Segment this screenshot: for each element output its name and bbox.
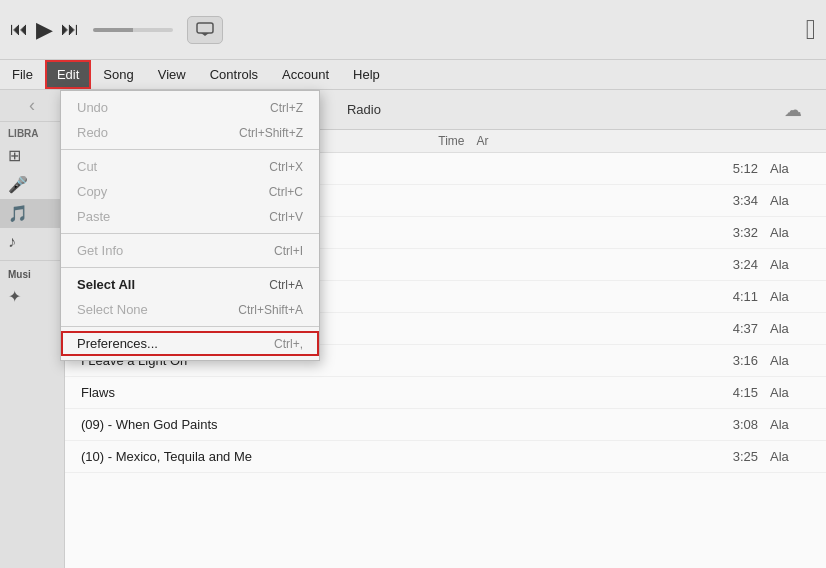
getinfo-label: Get Info [77,243,123,258]
getinfo-shortcut: Ctrl+I [274,244,303,258]
separator-3 [61,267,319,268]
song-artist: Ala [770,225,810,240]
sidebar-star-icon[interactable]: ✦ [0,282,64,311]
menu-selectall[interactable]: Select All Ctrl+A [61,272,319,297]
edit-dropdown: Undo Ctrl+Z Redo Ctrl+Shift+Z Cut Ctrl+X… [60,90,320,361]
sidebar: ‹ Libra ⊞ 🎤 🎵 ♪ Musi ✦ [0,90,65,568]
selectnone-label: Select None [77,302,148,317]
svg-rect-0 [197,23,213,33]
song-artist: Ala [770,289,810,304]
star-icon: ✦ [8,287,21,306]
song-artist: Ala [770,385,810,400]
song-artist: Ala [770,449,810,464]
airplay-button[interactable] [187,16,223,44]
menu-account[interactable]: Account [270,60,341,89]
menu-copy[interactable]: Copy Ctrl+C [61,179,319,204]
song-artist: Ala [770,193,810,208]
menu-redo[interactable]: Redo Ctrl+Shift+Z [61,120,319,145]
forward-button[interactable]: ⏭ [61,19,79,40]
song-time: 3:16 [718,353,758,368]
mic-icon: 🎤 [8,175,28,194]
song-time: 5:12 [718,161,758,176]
rewind-button[interactable]: ⏮ [10,19,28,40]
transport-controls: ⏮ ▶ ⏭ [10,16,223,44]
volume-slider[interactable] [93,28,173,32]
song-title: Flaws [81,385,718,400]
cut-label: Cut [77,159,97,174]
artist-column-header: Ar [477,134,811,148]
preferences-label: Preferences... [77,336,158,351]
separator-1 [61,149,319,150]
tab-radio[interactable]: Radio [329,97,399,122]
song-time: 4:37 [718,321,758,336]
song-title: (09) - When God Paints [81,417,718,432]
time-column-header: Time [415,134,465,148]
song-time: 4:11 [718,289,758,304]
song-time: 3:25 [718,449,758,464]
song-time: 3:24 [718,257,758,272]
paste-shortcut: Ctrl+V [269,210,303,224]
song-artist: Ala [770,353,810,368]
menu-selectnone[interactable]: Select None Ctrl+Shift+A [61,297,319,322]
song-artist: Ala [770,257,810,272]
grid-icon: ⊞ [8,146,21,165]
sidebar-music-icon[interactable]: ♪ [0,228,64,256]
menu-getinfo[interactable]: Get Info Ctrl+I [61,238,319,263]
song-time: 3:08 [718,417,758,432]
menu-undo[interactable]: Undo Ctrl+Z [61,95,319,120]
title-bar: ⏮ ▶ ⏭  [0,0,826,60]
menu-cut[interactable]: Cut Ctrl+X [61,154,319,179]
music-note-icon: ♪ [8,233,16,251]
sidebar-grid-icon[interactable]: ⊞ [0,141,64,170]
undo-label: Undo [77,100,108,115]
copy-shortcut: Ctrl+C [269,185,303,199]
song-artist: Ala [770,321,810,336]
preferences-shortcut: Ctrl+, [274,337,303,351]
song-time: 3:32 [718,225,758,240]
menu-bar: File Edit Song View Controls Account Hel… [0,60,826,90]
paste-label: Paste [77,209,110,224]
selectall-label: Select All [77,277,135,292]
redo-shortcut: Ctrl+Shift+Z [239,126,303,140]
selectall-shortcut: Ctrl+A [269,278,303,292]
menu-view[interactable]: View [146,60,198,89]
menu-file[interactable]: File [0,60,45,89]
undo-shortcut: Ctrl+Z [270,101,303,115]
song-time: 3:34 [718,193,758,208]
cloud-icon: ☁ [784,99,802,121]
song-title: (10) - Mexico, Tequila and Me [81,449,718,464]
back-button[interactable]: ‹ [0,90,64,122]
svg-marker-1 [201,33,209,36]
separator-4 [61,326,319,327]
note-icon: 🎵 [8,204,28,223]
redo-label: Redo [77,125,108,140]
copy-label: Copy [77,184,107,199]
menu-paste[interactable]: Paste Ctrl+V [61,204,319,229]
library-section-label: Libra [0,122,64,141]
song-artist: Ala [770,161,810,176]
play-button[interactable]: ▶ [36,17,53,43]
song-row[interactable]: (10) - Mexico, Tequila and Me 3:25 Ala [65,441,826,473]
music-section-label: Musi [0,265,64,282]
selectnone-shortcut: Ctrl+Shift+A [238,303,303,317]
cut-shortcut: Ctrl+X [269,160,303,174]
menu-preferences[interactable]: Preferences... Ctrl+, [61,331,319,356]
menu-controls[interactable]: Controls [198,60,270,89]
menu-edit[interactable]: Edit [45,60,91,89]
menu-help[interactable]: Help [341,60,392,89]
song-artist: Ala [770,417,810,432]
song-time: 4:15 [718,385,758,400]
song-row[interactable]: Flaws 4:15 Ala [65,377,826,409]
sidebar-note-icon[interactable]: 🎵 [0,199,64,228]
apple-logo:  [806,14,816,46]
menu-song[interactable]: Song [91,60,145,89]
song-row[interactable]: (09) - When God Paints 3:08 Ala [65,409,826,441]
separator-2 [61,233,319,234]
sidebar-mic-icon[interactable]: 🎤 [0,170,64,199]
sidebar-divider [0,260,64,261]
